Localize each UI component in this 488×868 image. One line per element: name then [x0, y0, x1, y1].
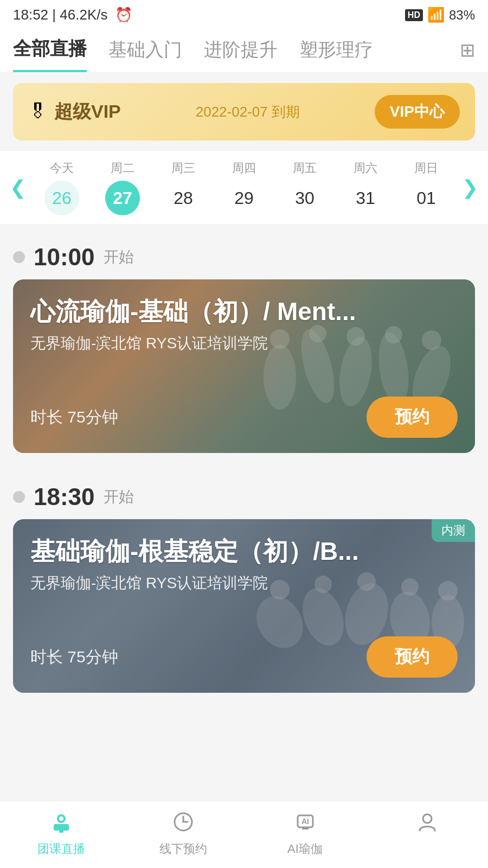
cal-num-2: 28: [166, 181, 201, 215]
nav-ai-label: AI瑜伽: [287, 841, 323, 857]
card-title-2: 基础瑜伽-根基稳定（初）/B...: [30, 537, 458, 566]
cal-day-6[interactable]: 周日 01: [409, 160, 444, 215]
svg-rect-23: [59, 829, 63, 833]
cal-day-2[interactable]: 周三 28: [166, 160, 201, 215]
vip-center-button[interactable]: VIP中心: [375, 95, 460, 129]
status-time: 18:52: [13, 7, 48, 23]
calendar-prev-arrow[interactable]: ❮: [4, 176, 31, 199]
nav-profile-icon: [415, 810, 439, 838]
card-duration-1: 时长 75分钟: [30, 406, 118, 429]
nav-offline-label: 线下预约: [159, 841, 207, 857]
alarm-icon: ⏰: [115, 7, 132, 23]
card-title-1: 心流瑜伽-基础（初）/ Ment...: [30, 297, 458, 327]
tab-shape[interactable]: 塑形理疗: [299, 37, 373, 71]
class-card-2[interactable]: 基础瑜伽-根基稳定（初）/B... 无界瑜伽-滨北馆 RYS认证培训学院 时长 …: [13, 519, 475, 693]
cal-day-0[interactable]: 今天 26: [44, 160, 79, 215]
status-speed: 46.2K/s: [60, 7, 107, 23]
card-content-2: 基础瑜伽-根基稳定（初）/B... 无界瑜伽-滨北馆 RYS认证培训学院 时长 …: [13, 519, 475, 693]
cal-num-1: 27: [105, 181, 140, 215]
status-right: HD 📶 83%: [405, 7, 475, 23]
nav-live-label: 团课直播: [37, 841, 85, 857]
time-label-1: 开始: [104, 247, 134, 267]
nav-ai-icon: AI: [293, 810, 317, 838]
svg-point-28: [423, 814, 432, 823]
nav-offline-icon: [171, 810, 195, 838]
cal-num-5: 31: [348, 181, 383, 215]
cal-num-4: 30: [287, 181, 322, 215]
bottom-nav: 团课直播 线下预约 AI AI瑜伽: [0, 801, 488, 868]
time-dot-1: [13, 251, 25, 263]
cal-day-4[interactable]: 周五 30: [287, 160, 322, 215]
card-content-1: 心流瑜伽-基础（初）/ Ment... 无界瑜伽-滨北馆 RYS认证培训学院 时…: [13, 279, 475, 453]
cal-label-3: 周四: [232, 160, 256, 176]
tab-all-live[interactable]: 全部直播: [13, 36, 87, 72]
svg-point-22: [59, 816, 63, 821]
time-text-1: 10:00: [34, 244, 95, 271]
nav-live[interactable]: 团课直播: [0, 810, 122, 857]
nav-offline[interactable]: 线下预约: [122, 810, 244, 857]
cal-num-6: 01: [409, 181, 444, 215]
time-slot-1: 10:00 开始: [13, 228, 475, 279]
vip-title: 超级VIP: [54, 99, 121, 124]
svg-text:AI: AI: [301, 817, 309, 826]
vip-banner: 🎖 超级VIP 2022-02-07 到期 VIP中心: [13, 83, 475, 141]
status-time-speed: 18:52 | 46.2K/s ⏰: [13, 7, 132, 23]
tab-basic[interactable]: 基础入门: [108, 37, 182, 71]
cal-label-1: 周二: [111, 160, 134, 176]
time-text-2: 18:30: [34, 483, 95, 510]
vip-icon: 🎖: [28, 100, 48, 123]
grid-toggle-icon[interactable]: ⊞: [460, 39, 475, 69]
card-subtitle-2: 无界瑜伽-滨北馆 RYS认证培训学院: [30, 573, 458, 593]
card-footer-1: 时长 75分钟 预约: [30, 397, 458, 438]
time-slot-2: 18:30 开始: [13, 468, 475, 519]
svg-rect-27: [302, 827, 309, 829]
vip-expire: 2022-02-07 到期: [196, 103, 300, 122]
calendar-days: 今天 26 周二 27 周三 28 周四 29 周五 30: [31, 160, 457, 215]
schedule: 10:00 开始 心流瑜: [0, 228, 488, 693]
class-card-1[interactable]: 心流瑜伽-基础（初）/ Ment... 无界瑜伽-滨北馆 RYS认证培训学院 时…: [13, 279, 475, 453]
cal-label-4: 周五: [293, 160, 317, 176]
cal-day-1[interactable]: 周二 27: [105, 160, 140, 215]
nav-ai[interactable]: AI AI瑜伽: [244, 810, 366, 857]
book-button-1[interactable]: 预约: [367, 397, 458, 438]
cal-label-5: 周六: [354, 160, 377, 176]
tab-advanced[interactable]: 进阶提升: [204, 37, 278, 71]
card-footer-2: 时长 75分钟 预约: [30, 636, 458, 678]
nav-live-icon: [49, 810, 73, 838]
nav-profile[interactable]: [366, 810, 488, 857]
cal-day-5[interactable]: 周六 31: [348, 160, 383, 215]
tab-navigation: 全部直播 基础入门 进阶提升 塑形理疗 ⊞: [0, 28, 488, 72]
cal-num-0: 26: [44, 181, 79, 215]
calendar: ❮ 今天 26 周二 27 周三 28 周四 29: [0, 151, 488, 224]
cal-label-6: 周日: [414, 160, 438, 176]
cal-day-3[interactable]: 周四 29: [227, 160, 261, 215]
hd-badge: HD: [405, 9, 423, 21]
card-subtitle-1: 无界瑜伽-滨北馆 RYS认证培训学院: [30, 333, 458, 354]
vip-info: 🎖 超级VIP: [28, 99, 121, 124]
time-label-2: 开始: [104, 487, 134, 507]
status-bar: 18:52 | 46.2K/s ⏰ HD 📶 83%: [0, 0, 488, 28]
time-dot-2: [13, 491, 25, 503]
cal-label-0: 今天: [50, 160, 74, 176]
book-button-2[interactable]: 预约: [367, 636, 458, 678]
cal-num-3: 29: [227, 181, 261, 215]
card-duration-2: 时长 75分钟: [30, 646, 118, 668]
calendar-next-arrow[interactable]: ❯: [457, 176, 484, 199]
cal-label-2: 周三: [171, 160, 195, 176]
network-icon: 📶: [427, 7, 445, 23]
status-sep: |: [52, 7, 60, 23]
battery-icon: 83%: [449, 8, 475, 23]
